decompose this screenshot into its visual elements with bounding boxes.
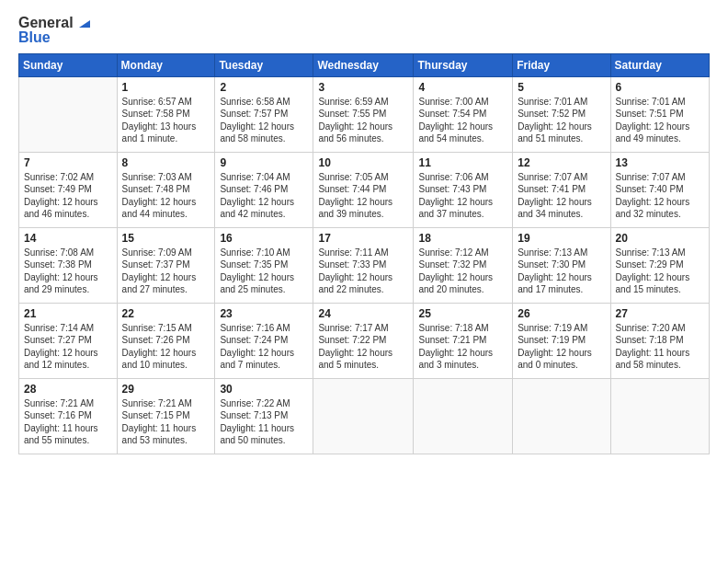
day-number: 21: [24, 307, 112, 320]
logo-container: General Blue: [18, 15, 94, 46]
calendar-cell: 13Sunrise: 7:07 AM Sunset: 7:40 PM Dayli…: [610, 152, 709, 227]
day-number: 18: [418, 232, 507, 245]
calendar-week-row: 28Sunrise: 7:21 AM Sunset: 7:16 PM Dayli…: [19, 378, 710, 454]
logo: General Blue: [18, 15, 94, 46]
calendar-cell: 21Sunrise: 7:14 AM Sunset: 7:27 PM Dayli…: [19, 303, 118, 378]
day-number: 23: [220, 307, 308, 320]
day-number: 15: [122, 232, 210, 245]
day-info: Sunrise: 7:18 AM Sunset: 7:21 PM Dayligh…: [418, 322, 507, 372]
calendar-cell: [313, 378, 414, 454]
day-number: 8: [122, 156, 210, 169]
weekday-header: Saturday: [610, 53, 709, 76]
day-info: Sunrise: 7:19 AM Sunset: 7:19 PM Dayligh…: [518, 322, 605, 372]
calendar-cell: 15Sunrise: 7:09 AM Sunset: 7:37 PM Dayli…: [117, 227, 215, 303]
day-info: Sunrise: 7:14 AM Sunset: 7:27 PM Dayligh…: [24, 322, 112, 372]
day-number: 28: [24, 383, 112, 396]
day-number: 11: [418, 156, 507, 169]
calendar-cell: [513, 378, 610, 454]
day-number: 1: [122, 81, 210, 94]
day-number: 2: [220, 81, 308, 94]
day-info: Sunrise: 7:16 AM Sunset: 7:24 PM Dayligh…: [220, 322, 308, 372]
day-number: 19: [518, 232, 605, 245]
calendar-cell: 16Sunrise: 7:10 AM Sunset: 7:35 PM Dayli…: [215, 227, 313, 303]
calendar-cell: [414, 378, 513, 454]
calendar-cell: [19, 76, 118, 152]
day-info: Sunrise: 7:10 AM Sunset: 7:35 PM Dayligh…: [220, 247, 308, 296]
day-info: Sunrise: 7:01 AM Sunset: 7:51 PM Dayligh…: [616, 96, 704, 145]
calendar-cell: 2Sunrise: 6:58 AM Sunset: 7:57 PM Daylig…: [215, 76, 313, 152]
day-info: Sunrise: 7:13 AM Sunset: 7:29 PM Dayligh…: [616, 247, 704, 296]
day-info: Sunrise: 7:13 AM Sunset: 7:30 PM Dayligh…: [518, 247, 605, 296]
calendar-cell: 14Sunrise: 7:08 AM Sunset: 7:38 PM Dayli…: [19, 227, 118, 303]
calendar-header-row: SundayMondayTuesdayWednesdayThursdayFrid…: [19, 53, 710, 76]
day-info: Sunrise: 7:09 AM Sunset: 7:37 PM Dayligh…: [122, 247, 210, 296]
day-info: Sunrise: 7:07 AM Sunset: 7:40 PM Dayligh…: [616, 171, 704, 221]
day-number: 3: [318, 81, 408, 94]
weekday-header: Monday: [117, 53, 215, 76]
day-info: Sunrise: 7:03 AM Sunset: 7:48 PM Dayligh…: [122, 171, 210, 221]
calendar-cell: 3Sunrise: 6:59 AM Sunset: 7:55 PM Daylig…: [313, 76, 414, 152]
day-number: 6: [616, 81, 704, 94]
calendar-week-row: 21Sunrise: 7:14 AM Sunset: 7:27 PM Dayli…: [19, 303, 710, 378]
weekday-header: Thursday: [414, 53, 513, 76]
day-info: Sunrise: 7:20 AM Sunset: 7:18 PM Dayligh…: [616, 322, 704, 372]
page-header: General Blue: [18, 15, 710, 46]
weekday-header: Tuesday: [215, 53, 313, 76]
day-info: Sunrise: 7:17 AM Sunset: 7:22 PM Dayligh…: [318, 322, 408, 372]
logo-blue: Blue: [18, 29, 94, 46]
day-number: 29: [122, 383, 210, 396]
day-number: 16: [220, 232, 308, 245]
day-number: 14: [24, 232, 112, 245]
svg-marker-0: [79, 20, 90, 28]
calendar-cell: 5Sunrise: 7:01 AM Sunset: 7:52 PM Daylig…: [513, 76, 610, 152]
day-info: Sunrise: 7:08 AM Sunset: 7:38 PM Dayligh…: [24, 247, 112, 296]
calendar-cell: 9Sunrise: 7:04 AM Sunset: 7:46 PM Daylig…: [215, 152, 313, 227]
day-number: 17: [318, 232, 408, 245]
calendar-cell: 1Sunrise: 6:57 AM Sunset: 7:58 PM Daylig…: [117, 76, 215, 152]
day-info: Sunrise: 7:11 AM Sunset: 7:33 PM Dayligh…: [318, 247, 408, 296]
calendar-cell: 18Sunrise: 7:12 AM Sunset: 7:32 PM Dayli…: [414, 227, 513, 303]
calendar-cell: 28Sunrise: 7:21 AM Sunset: 7:16 PM Dayli…: [19, 378, 118, 454]
calendar-cell: 26Sunrise: 7:19 AM Sunset: 7:19 PM Dayli…: [513, 303, 610, 378]
calendar-cell: 17Sunrise: 7:11 AM Sunset: 7:33 PM Dayli…: [313, 227, 414, 303]
calendar-cell: 20Sunrise: 7:13 AM Sunset: 7:29 PM Dayli…: [610, 227, 709, 303]
day-number: 20: [616, 232, 704, 245]
day-number: 22: [122, 307, 210, 320]
weekday-header: Wednesday: [313, 53, 414, 76]
calendar-cell: 10Sunrise: 7:05 AM Sunset: 7:44 PM Dayli…: [313, 152, 414, 227]
calendar-cell: 30Sunrise: 7:22 AM Sunset: 7:13 PM Dayli…: [215, 378, 313, 454]
calendar-cell: 7Sunrise: 7:02 AM Sunset: 7:49 PM Daylig…: [19, 152, 118, 227]
calendar-cell: 6Sunrise: 7:01 AM Sunset: 7:51 PM Daylig…: [610, 76, 709, 152]
calendar-table: SundayMondayTuesdayWednesdayThursdayFrid…: [18, 53, 710, 454]
day-info: Sunrise: 7:21 AM Sunset: 7:16 PM Dayligh…: [24, 397, 112, 447]
day-number: 24: [318, 307, 408, 320]
calendar-cell: 29Sunrise: 7:21 AM Sunset: 7:15 PM Dayli…: [117, 378, 215, 454]
calendar-cell: 12Sunrise: 7:07 AM Sunset: 7:41 PM Dayli…: [513, 152, 610, 227]
day-info: Sunrise: 7:06 AM Sunset: 7:43 PM Dayligh…: [418, 171, 507, 221]
day-info: Sunrise: 7:01 AM Sunset: 7:52 PM Dayligh…: [518, 96, 605, 145]
day-number: 10: [318, 156, 408, 169]
day-info: Sunrise: 7:22 AM Sunset: 7:13 PM Dayligh…: [220, 397, 308, 447]
calendar-cell: 22Sunrise: 7:15 AM Sunset: 7:26 PM Dayli…: [117, 303, 215, 378]
day-info: Sunrise: 6:57 AM Sunset: 7:58 PM Dayligh…: [122, 96, 210, 145]
day-info: Sunrise: 7:15 AM Sunset: 7:26 PM Dayligh…: [122, 322, 210, 372]
day-info: Sunrise: 6:58 AM Sunset: 7:57 PM Dayligh…: [220, 96, 308, 145]
logo-arrow-icon: [75, 13, 94, 31]
day-info: Sunrise: 7:04 AM Sunset: 7:46 PM Dayligh…: [220, 171, 308, 221]
day-number: 12: [518, 156, 605, 169]
day-number: 30: [220, 383, 308, 396]
calendar-cell: 23Sunrise: 7:16 AM Sunset: 7:24 PM Dayli…: [215, 303, 313, 378]
day-info: Sunrise: 7:12 AM Sunset: 7:32 PM Dayligh…: [418, 247, 507, 296]
calendar-cell: 24Sunrise: 7:17 AM Sunset: 7:22 PM Dayli…: [313, 303, 414, 378]
calendar-week-row: 1Sunrise: 6:57 AM Sunset: 7:58 PM Daylig…: [19, 76, 710, 152]
day-number: 13: [616, 156, 704, 169]
day-number: 9: [220, 156, 308, 169]
day-info: Sunrise: 7:00 AM Sunset: 7:54 PM Dayligh…: [418, 96, 507, 145]
day-info: Sunrise: 7:07 AM Sunset: 7:41 PM Dayligh…: [518, 171, 605, 221]
calendar-week-row: 7Sunrise: 7:02 AM Sunset: 7:49 PM Daylig…: [19, 152, 710, 227]
calendar-week-row: 14Sunrise: 7:08 AM Sunset: 7:38 PM Dayli…: [19, 227, 710, 303]
calendar-cell: 19Sunrise: 7:13 AM Sunset: 7:30 PM Dayli…: [513, 227, 610, 303]
calendar-cell: [610, 378, 709, 454]
calendar-cell: 25Sunrise: 7:18 AM Sunset: 7:21 PM Dayli…: [414, 303, 513, 378]
calendar-cell: 11Sunrise: 7:06 AM Sunset: 7:43 PM Dayli…: [414, 152, 513, 227]
